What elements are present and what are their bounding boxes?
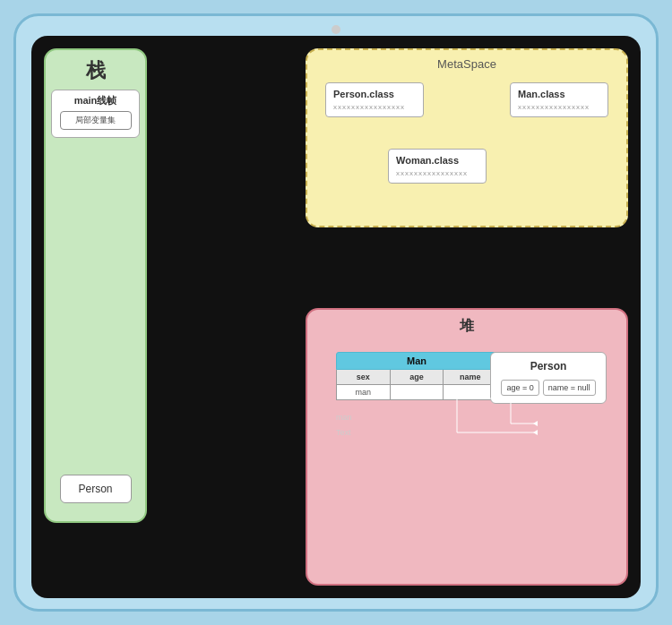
man-object-table: Man sex age name man <box>336 352 497 400</box>
person-field-age: age = 0 <box>501 380 538 396</box>
person-class-name: Person.class <box>333 89 416 99</box>
svg-marker-6 <box>533 430 538 435</box>
stack-frame: main线帧 局部变量集 <box>51 90 140 138</box>
man-value-sex: man <box>337 385 391 399</box>
person-object-box: Person age = 0 name = null <box>490 352 607 404</box>
stack-person-label: Person <box>78 483 112 495</box>
man-values-row: man <box>336 385 497 400</box>
man-field-sex: sex <box>337 370 391 384</box>
text-label: Text <box>336 428 351 437</box>
stack-frame-label: main线帧 <box>56 94 135 107</box>
heap-content: Man sex age name man man Text <box>318 343 616 567</box>
heap-title: 堆 <box>318 317 616 336</box>
man-value-name <box>444 385 496 399</box>
person-class-box: Person.class xxxxxxxxxxxxxxxx <box>325 82 424 117</box>
man-field-age: age <box>391 370 444 384</box>
stack-panel: 栈 main线帧 局部变量集 Person <box>44 48 147 523</box>
woman-class-box: Woman.class xxxxxxxxxxxxxxxx <box>388 149 487 184</box>
person-object-title: Person <box>498 360 599 372</box>
stack-person-box: Person <box>60 475 132 503</box>
person-field-name: name = null <box>543 380 596 396</box>
heap-panel: 堆 Man sex age name man man <box>306 308 628 586</box>
man-field-name: name <box>444 370 496 384</box>
stack-title: 栈 <box>86 57 106 84</box>
metaspace-title: MetaSpace <box>318 57 616 71</box>
man-fields-row: sex age name <box>336 370 497 385</box>
person-fields: age = 0 name = null <box>498 380 599 396</box>
man-class-dots: xxxxxxxxxxxxxxxx <box>518 103 600 111</box>
man-value-age <box>391 385 444 399</box>
man-class-name: Man.class <box>518 89 600 99</box>
person-class-dots: xxxxxxxxxxxxxxxx <box>333 103 416 111</box>
woman-class-dots: xxxxxxxxxxxxxxxx <box>396 169 478 177</box>
svg-marker-5 <box>533 421 538 426</box>
man-class-box: Man.class xxxxxxxxxxxxxxxx <box>510 82 608 117</box>
tablet-screen: 栈 main线帧 局部变量集 Person MetaSpace Person.c… <box>31 36 641 598</box>
metaspace-panel: MetaSpace Person.class xxxxxxxxxxxxxxxx … <box>306 48 628 227</box>
tablet-frame: 栈 main线帧 局部变量集 Person MetaSpace Person.c… <box>13 13 659 612</box>
woman-class-name: Woman.class <box>396 155 478 166</box>
man-label: man <box>336 413 352 422</box>
local-vars-button[interactable]: 局部变量集 <box>60 111 132 130</box>
man-object-header: Man <box>336 352 497 370</box>
home-button <box>332 25 340 34</box>
